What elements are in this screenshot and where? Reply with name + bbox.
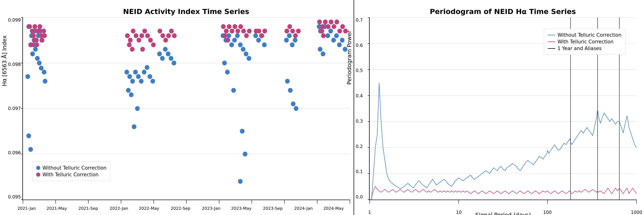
right-legend-line-without xyxy=(548,35,555,35)
y-tick-3: 0.097 xyxy=(8,106,21,111)
left-plot-area: Hα [6563 Å] Index 0.099 0.098 0.097 0.09… xyxy=(22,17,350,200)
svg-point-153 xyxy=(318,47,322,52)
svg-point-165 xyxy=(318,29,323,33)
svg-point-129 xyxy=(262,29,267,33)
x-tick-2023jan: 2023-Jan xyxy=(202,206,220,211)
svg-point-47 xyxy=(36,29,41,33)
svg-point-39 xyxy=(28,147,33,152)
svg-point-55 xyxy=(124,70,129,74)
svg-point-105 xyxy=(225,70,230,74)
y-tick-4: 0.096 xyxy=(8,150,21,155)
svg-point-70 xyxy=(128,38,132,43)
right-y-tick-0: 0.0 xyxy=(356,194,363,200)
legend-label-with: With Telluric Correction xyxy=(42,172,98,177)
right-plot-area: Periodogram Power 0.7 0.6 0.5 0.4 0.3 0.… xyxy=(369,17,636,200)
svg-point-121 xyxy=(226,38,230,43)
svg-point-136 xyxy=(291,101,296,106)
svg-point-58 xyxy=(133,70,138,74)
svg-point-162 xyxy=(338,29,342,33)
svg-point-69 xyxy=(125,33,130,38)
svg-point-142 xyxy=(296,29,301,33)
svg-point-133 xyxy=(293,38,298,43)
svg-point-108 xyxy=(243,152,247,156)
svg-point-85 xyxy=(166,51,170,56)
svg-point-146 xyxy=(326,33,330,38)
right-y-axis-ticks: 0.7 0.6 0.5 0.4 0.3 0.2 0.1 0.0 xyxy=(356,17,363,200)
right-legend-item-aliases: 1 Year and Aliases xyxy=(548,46,622,51)
left-panel: NEID Activity Index Time Series Hα [6563… xyxy=(0,0,354,215)
svg-point-62 xyxy=(145,65,149,70)
svg-point-157 xyxy=(323,19,328,24)
svg-point-49 xyxy=(42,29,46,33)
svg-point-158 xyxy=(326,24,330,29)
svg-point-166 xyxy=(321,33,326,38)
left-chart-title: NEID Activity Index Time Series xyxy=(22,7,350,16)
svg-point-119 xyxy=(247,29,252,33)
x-tick-2022may: 2022-May xyxy=(139,206,159,211)
left-y-axis-ticks: 0.099 0.098 0.097 0.096 0.095 xyxy=(8,17,21,200)
svg-point-138 xyxy=(284,29,289,33)
right-legend-line-with xyxy=(548,41,555,42)
svg-point-134 xyxy=(285,79,290,84)
left-legend: Without Telluric Correction With Telluri… xyxy=(32,162,110,181)
svg-point-113 xyxy=(230,29,234,33)
svg-point-83 xyxy=(160,56,165,61)
right-legend: Without Telluric Correction With Telluri… xyxy=(544,29,625,55)
svg-point-63 xyxy=(148,74,152,79)
svg-point-86 xyxy=(169,56,173,61)
svg-point-74 xyxy=(140,33,144,38)
svg-point-64 xyxy=(150,79,155,84)
svg-point-87 xyxy=(172,60,176,65)
x-tick-2021sep: 2021-Sep xyxy=(78,206,98,211)
svg-point-82 xyxy=(157,51,162,56)
svg-point-148 xyxy=(331,38,336,43)
svg-point-81 xyxy=(140,47,145,52)
svg-point-36 xyxy=(25,74,30,79)
x-tick-2022sep: 2022-Sep xyxy=(171,206,190,211)
right-y-tick-1: 0.1 xyxy=(356,169,363,174)
svg-point-38 xyxy=(26,133,31,138)
svg-point-150 xyxy=(337,42,342,47)
x-tick-2023may: 2023-May xyxy=(231,206,252,211)
x-tick-2022jan: 2022-Jan xyxy=(110,206,128,211)
svg-point-52 xyxy=(29,42,33,47)
svg-point-88 xyxy=(158,29,162,33)
right-y-tick-3: 0.3 xyxy=(356,119,363,124)
right-x-label: Signal Period (days) xyxy=(475,212,531,215)
right-y-tick-6: 0.6 xyxy=(356,43,363,48)
svg-point-79 xyxy=(127,42,132,47)
svg-point-56 xyxy=(127,74,132,79)
svg-point-57 xyxy=(130,79,135,84)
x-tick-2024jan: 2024-Jan xyxy=(294,206,313,211)
svg-point-29 xyxy=(33,47,38,52)
svg-point-102 xyxy=(244,51,248,56)
svg-point-37 xyxy=(43,79,47,84)
svg-point-120 xyxy=(222,33,227,38)
svg-point-66 xyxy=(129,92,134,97)
svg-point-34 xyxy=(39,66,44,71)
svg-point-54 xyxy=(42,33,47,38)
svg-point-45 xyxy=(31,33,36,38)
chart-container: NEID Activity Index Time Series Hα [6563… xyxy=(0,0,644,215)
legend-item-with: With Telluric Correction xyxy=(36,172,106,177)
svg-point-159 xyxy=(329,19,334,24)
left-y-label: Hα [6563 Å] Index xyxy=(1,35,8,86)
svg-point-137 xyxy=(294,106,298,111)
svg-point-118 xyxy=(244,33,249,38)
svg-point-42 xyxy=(32,24,37,29)
svg-point-147 xyxy=(328,29,333,33)
svg-point-92 xyxy=(169,29,174,33)
right-y-tick-4: 0.4 xyxy=(356,93,363,98)
svg-point-163 xyxy=(340,24,345,29)
svg-point-155 xyxy=(317,19,322,24)
svg-point-89 xyxy=(160,33,165,38)
svg-point-103 xyxy=(246,56,251,61)
x-tick-2021may: 2021-May xyxy=(46,206,67,211)
svg-point-98 xyxy=(232,38,237,43)
y-tick-2: 0.098 xyxy=(8,62,21,67)
svg-point-51 xyxy=(32,38,36,43)
svg-point-44 xyxy=(38,24,42,29)
svg-point-104 xyxy=(222,60,227,65)
svg-point-53 xyxy=(40,38,44,43)
svg-point-71 xyxy=(131,29,136,33)
